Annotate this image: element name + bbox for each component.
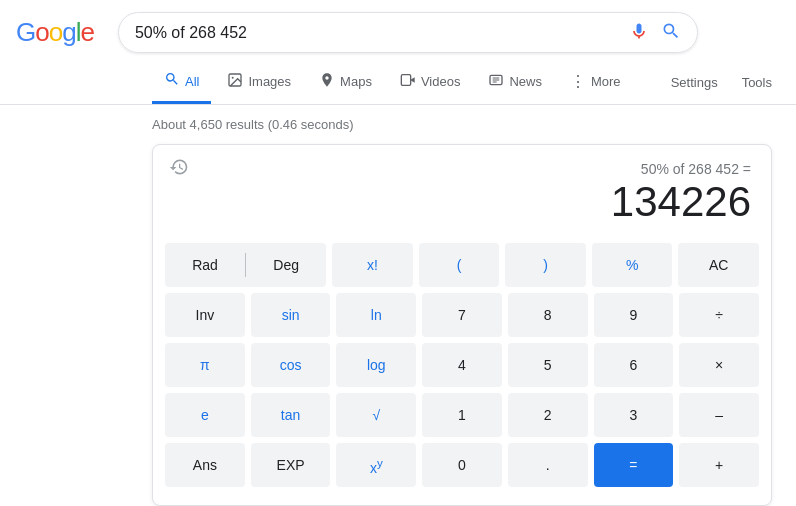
search-icon[interactable] bbox=[661, 21, 681, 44]
open-paren-button[interactable]: ( bbox=[419, 243, 500, 287]
calc-row-4: e tan √ 1 2 3 – bbox=[165, 393, 759, 437]
tab-images-label: Images bbox=[248, 74, 291, 89]
open-paren-label: ( bbox=[457, 257, 462, 273]
tab-videos[interactable]: Videos bbox=[388, 62, 473, 104]
factorial-button[interactable]: x! bbox=[332, 243, 413, 287]
rad-deg-group[interactable]: Rad Deg bbox=[165, 243, 326, 287]
2-button[interactable]: 2 bbox=[508, 393, 588, 437]
calc-result: 134226 bbox=[169, 177, 755, 227]
3-button[interactable]: 3 bbox=[594, 393, 674, 437]
tab-maps-label: Maps bbox=[340, 74, 372, 89]
svg-point-1 bbox=[232, 76, 234, 78]
close-paren-label: ) bbox=[543, 257, 548, 273]
ln-label: ln bbox=[371, 307, 382, 323]
percent-button[interactable]: % bbox=[592, 243, 673, 287]
calc-row-1: Rad Deg x! ( ) % AC bbox=[165, 243, 759, 287]
calc-expression: 50% of 268 452 = bbox=[169, 157, 755, 177]
log-button[interactable]: log bbox=[336, 343, 416, 387]
divide-button[interactable]: ÷ bbox=[679, 293, 759, 337]
pi-button[interactable]: π bbox=[165, 343, 245, 387]
tab-all-label: All bbox=[185, 74, 199, 89]
search-input[interactable] bbox=[135, 24, 629, 42]
rad-button[interactable]: Rad bbox=[165, 243, 245, 287]
microphone-icon[interactable] bbox=[629, 21, 649, 44]
0-button[interactable]: 0 bbox=[422, 443, 502, 487]
tab-maps[interactable]: Maps bbox=[307, 62, 384, 104]
nav-tabs: All Images Maps Videos News bbox=[0, 53, 796, 105]
log-label: log bbox=[367, 357, 386, 373]
9-button[interactable]: 9 bbox=[594, 293, 674, 337]
exp-button[interactable]: EXP bbox=[251, 443, 331, 487]
tab-news[interactable]: News bbox=[476, 62, 554, 104]
inv-button[interactable]: Inv bbox=[165, 293, 245, 337]
7-button[interactable]: 7 bbox=[422, 293, 502, 337]
calc-row-2: Inv sin ln 7 8 9 ÷ bbox=[165, 293, 759, 337]
e-button[interactable]: e bbox=[165, 393, 245, 437]
7-label: 7 bbox=[458, 307, 466, 323]
0-label: 0 bbox=[458, 457, 466, 473]
sin-button[interactable]: sin bbox=[251, 293, 331, 337]
decimal-button[interactable]: . bbox=[508, 443, 588, 487]
1-label: 1 bbox=[458, 407, 466, 423]
news-tab-icon bbox=[488, 72, 504, 91]
tab-all[interactable]: All bbox=[152, 61, 211, 104]
1-button[interactable]: 1 bbox=[422, 393, 502, 437]
close-paren-button[interactable]: ) bbox=[505, 243, 586, 287]
cos-button[interactable]: cos bbox=[251, 343, 331, 387]
settings-link[interactable]: Settings bbox=[663, 65, 726, 100]
6-button[interactable]: 6 bbox=[594, 343, 674, 387]
equals-label: = bbox=[629, 457, 637, 473]
ac-button[interactable]: AC bbox=[678, 243, 759, 287]
equals-button[interactable]: = bbox=[594, 443, 674, 487]
9-label: 9 bbox=[630, 307, 638, 323]
4-button[interactable]: 4 bbox=[422, 343, 502, 387]
multiply-label: × bbox=[715, 357, 723, 373]
sin-label: sin bbox=[282, 307, 300, 323]
tab-images[interactable]: Images bbox=[215, 62, 303, 104]
plus-label: + bbox=[715, 457, 723, 473]
deg-button[interactable]: Deg bbox=[246, 243, 326, 287]
xy-button[interactable]: xy bbox=[336, 443, 416, 487]
percent-label: % bbox=[626, 257, 638, 273]
maps-tab-icon bbox=[319, 72, 335, 91]
calculator-card: 50% of 268 452 = 134226 Rad Deg x! ( ) %… bbox=[152, 144, 772, 506]
minus-label: – bbox=[715, 407, 723, 423]
tan-label: tan bbox=[281, 407, 300, 423]
search-bar[interactable] bbox=[118, 12, 698, 53]
history-icon[interactable] bbox=[169, 157, 189, 182]
google-logo: Google bbox=[16, 17, 94, 48]
2-label: 2 bbox=[544, 407, 552, 423]
plus-button[interactable]: + bbox=[679, 443, 759, 487]
minus-button[interactable]: – bbox=[679, 393, 759, 437]
sqrt-label: √ bbox=[372, 407, 380, 423]
tab-videos-label: Videos bbox=[421, 74, 461, 89]
e-label: e bbox=[201, 407, 209, 423]
tab-news-label: News bbox=[509, 74, 542, 89]
multiply-button[interactable]: × bbox=[679, 343, 759, 387]
4-label: 4 bbox=[458, 357, 466, 373]
sqrt-button[interactable]: √ bbox=[336, 393, 416, 437]
5-button[interactable]: 5 bbox=[508, 343, 588, 387]
pi-label: π bbox=[200, 357, 210, 373]
5-label: 5 bbox=[544, 357, 552, 373]
ans-button[interactable]: Ans bbox=[165, 443, 245, 487]
ans-label: Ans bbox=[193, 457, 217, 473]
8-label: 8 bbox=[544, 307, 552, 323]
8-button[interactable]: 8 bbox=[508, 293, 588, 337]
search-tab-icon bbox=[164, 71, 180, 91]
svg-rect-2 bbox=[401, 74, 410, 85]
tab-more[interactable]: ⋮ More bbox=[558, 62, 633, 104]
exp-label: EXP bbox=[277, 457, 305, 473]
xy-label: xy bbox=[370, 456, 383, 476]
decimal-label: . bbox=[546, 457, 550, 473]
tan-button[interactable]: tan bbox=[251, 393, 331, 437]
calc-display: 50% of 268 452 = 134226 bbox=[153, 145, 771, 235]
images-tab-icon bbox=[227, 72, 243, 91]
tools-link[interactable]: Tools bbox=[734, 65, 780, 100]
6-label: 6 bbox=[630, 357, 638, 373]
factorial-label: x! bbox=[367, 257, 378, 273]
header: Google bbox=[0, 0, 796, 105]
ln-button[interactable]: ln bbox=[336, 293, 416, 337]
tab-more-label: More bbox=[591, 74, 621, 89]
ac-label: AC bbox=[709, 257, 728, 273]
